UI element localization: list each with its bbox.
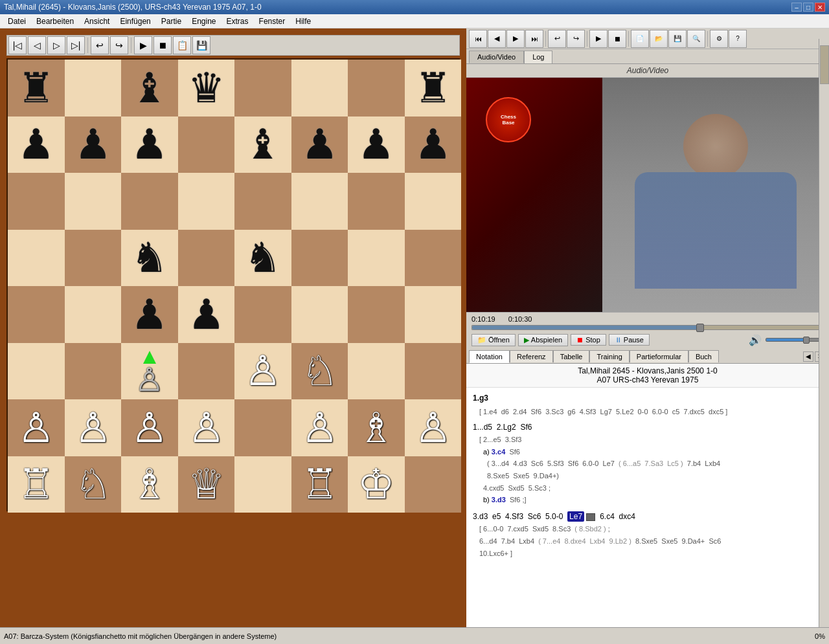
tab-partieformular[interactable]: Partieformular: [630, 350, 688, 362]
tab-log[interactable]: Log: [524, 50, 552, 63]
tb-fwd[interactable]: ▶: [506, 30, 525, 48]
tb-fwd-end[interactable]: ⏭: [525, 30, 543, 48]
progress-thumb[interactable]: [696, 324, 704, 332]
tb-icon2[interactable]: 📂: [650, 30, 668, 48]
menu-fenster[interactable]: Fenster: [254, 16, 291, 27]
square-c5[interactable]: ♞: [121, 230, 178, 287]
square-d7[interactable]: [178, 117, 235, 173]
square-h3[interactable]: [405, 343, 462, 400]
square-c6[interactable]: [121, 173, 178, 230]
tb-back[interactable]: ◀: [488, 30, 506, 48]
square-c8[interactable]: ♝: [121, 60, 178, 117]
square-a4[interactable]: [8, 286, 65, 343]
square-e8[interactable]: [234, 60, 291, 117]
menu-datei[interactable]: Datei: [3, 16, 31, 27]
tab-notation[interactable]: Notation: [469, 350, 510, 363]
square-a2[interactable]: ♙: [8, 399, 65, 456]
square-h7[interactable]: ♟: [405, 117, 462, 173]
play-button[interactable]: ▶ Abspielen: [518, 334, 568, 346]
square-d1[interactable]: ♕: [178, 456, 235, 513]
square-a3[interactable]: [8, 343, 65, 400]
square-b6[interactable]: [65, 173, 122, 230]
square-e4[interactable]: [234, 286, 291, 343]
square-c2[interactable]: ♙: [121, 399, 178, 456]
panel-scroll-left[interactable]: ◀: [803, 351, 813, 362]
square-f5[interactable]: [291, 230, 348, 287]
volume-slider[interactable]: [766, 338, 824, 342]
square-g4[interactable]: [348, 286, 405, 343]
square-b8[interactable]: [65, 60, 122, 117]
square-c7[interactable]: ♟: [121, 117, 178, 173]
tab-tabelle[interactable]: Tabelle: [553, 350, 590, 362]
square-d4[interactable]: ♟: [178, 286, 235, 343]
square-g2[interactable]: ♗: [348, 399, 405, 456]
tab-buch[interactable]: Buch: [688, 350, 719, 362]
square-a1[interactable]: ♖: [8, 456, 65, 513]
square-b5[interactable]: [65, 230, 122, 287]
menu-partie[interactable]: Partie: [156, 16, 187, 27]
square-d5[interactable]: [178, 230, 235, 287]
square-b7[interactable]: ♟: [65, 117, 122, 173]
tb-icon5[interactable]: ⚙: [710, 30, 728, 48]
square-g6[interactable]: [348, 173, 405, 230]
square-d8[interactable]: ♛: [178, 60, 235, 117]
square-e1[interactable]: [234, 456, 291, 513]
tb-icon4[interactable]: 🔍: [687, 30, 705, 48]
square-b4[interactable]: [65, 286, 122, 343]
square-b1[interactable]: ♘: [65, 456, 122, 513]
toolbar-btn6[interactable]: 💾: [192, 36, 210, 54]
tb-undo[interactable]: ↩: [548, 30, 566, 48]
square-a5[interactable]: [8, 230, 65, 287]
toolbar-btn4[interactable]: ⏹: [153, 36, 172, 54]
square-f4[interactable]: [291, 286, 348, 343]
square-g5[interactable]: [348, 230, 405, 287]
square-h5[interactable]: [405, 230, 462, 287]
menu-bearbeiten[interactable]: Bearbeiten: [31, 16, 79, 27]
tb-redo[interactable]: ↪: [567, 30, 585, 48]
square-g3[interactable]: [348, 343, 405, 400]
tb-icon3[interactable]: 💾: [668, 30, 687, 48]
minimize-button[interactable]: –: [791, 3, 802, 12]
menu-hilfe[interactable]: Hilfe: [290, 16, 316, 27]
square-f1[interactable]: ♖: [291, 456, 348, 513]
square-f3[interactable]: ♘: [291, 343, 348, 400]
menu-ansicht[interactable]: Ansicht: [79, 16, 115, 27]
square-c3[interactable]: ♙: [121, 343, 178, 400]
square-a7[interactable]: ♟: [8, 117, 65, 173]
close-button[interactable]: ✕: [815, 3, 825, 12]
toolbar-back[interactable]: ◁: [28, 36, 46, 54]
square-c4[interactable]: ♟: [121, 286, 178, 343]
tb-icon6[interactable]: ?: [729, 30, 747, 48]
menu-engine[interactable]: Engine: [187, 16, 221, 27]
square-e5[interactable]: ♞: [234, 230, 291, 287]
menu-extras[interactable]: Extras: [221, 16, 254, 27]
right-scrollbar[interactable]: [819, 39, 829, 627]
toolbar-btn1[interactable]: ↩: [91, 36, 109, 54]
square-e2[interactable]: [234, 399, 291, 456]
open-button[interactable]: 📁 Öffnen: [471, 334, 516, 346]
square-d6[interactable]: [178, 173, 235, 230]
square-c1[interactable]: ♗: [121, 456, 178, 513]
square-e3[interactable]: ♙: [234, 343, 291, 400]
square-a8[interactable]: ♜: [8, 60, 65, 117]
square-e6[interactable]: [234, 173, 291, 230]
scrollbar-thumb[interactable]: [820, 45, 829, 84]
square-a6[interactable]: [8, 173, 65, 230]
menu-einfuegen[interactable]: Einfügen: [115, 16, 155, 27]
tb-back-home[interactable]: ⏮: [469, 30, 487, 48]
square-h1[interactable]: [405, 456, 462, 513]
square-b2[interactable]: ♙: [65, 399, 122, 456]
tab-referenz[interactable]: Referenz: [510, 350, 553, 362]
square-f8[interactable]: [291, 60, 348, 117]
square-h4[interactable]: [405, 286, 462, 343]
tb-play[interactable]: ▶: [589, 30, 608, 48]
maximize-button[interactable]: □: [803, 3, 813, 12]
square-h2[interactable]: ♙: [405, 399, 462, 456]
notation-content[interactable]: 1.g3 [ 1.e4 d6 2.d4 Sf6 3.Sc3 g6 4.Sf3 L…: [466, 388, 829, 628]
toolbar-btn3[interactable]: ▶: [134, 36, 152, 54]
toolbar-forward[interactable]: ▷: [47, 36, 65, 54]
tab-training[interactable]: Training: [589, 350, 629, 362]
toolbar-btn2[interactable]: ↪: [110, 36, 128, 54]
square-d2[interactable]: ♙: [178, 399, 235, 456]
square-f6[interactable]: [291, 173, 348, 230]
